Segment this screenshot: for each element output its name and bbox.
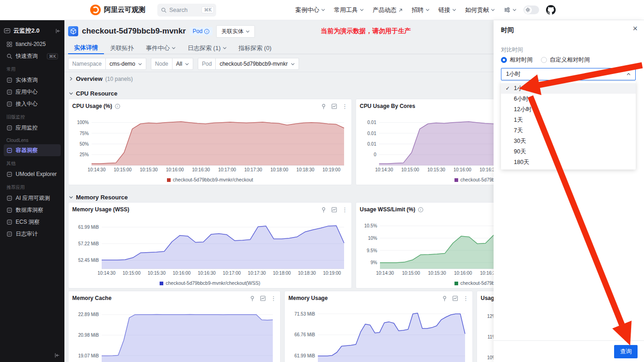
trend-icon[interactable]	[260, 295, 266, 301]
more-icon[interactable]: ⋮	[342, 207, 348, 213]
section-cpu-resource[interactable]: CPU Resource	[64, 88, 117, 99]
topnav-item-2[interactable]: 产品动态	[373, 6, 403, 14]
chevron-right-icon	[69, 77, 73, 81]
sidebar-item-ai-observability[interactable]: AI 应用可观测	[4, 192, 61, 204]
sidebar-item-label: ECS 洞察	[16, 218, 40, 226]
chevron-down-icon	[491, 8, 495, 11]
tools-menu[interactable]	[504, 6, 517, 13]
svg-text:10:14:30: 10:14:30	[375, 167, 393, 172]
filter-value[interactable]: checkout-5d79bbcb9-mvnkr	[215, 58, 298, 69]
more-icon[interactable]: ⋮	[463, 295, 469, 301]
sidebar-item-entity-search[interactable]: 实体查询	[4, 74, 61, 86]
panel-title: Memory Cache	[72, 295, 111, 301]
query-button[interactable]: 查询	[614, 345, 638, 358]
filter-value[interactable]: cms-demo	[105, 58, 146, 69]
chevron-down-icon	[321, 8, 325, 11]
topnav-item-0[interactable]: 案例中心	[295, 6, 325, 14]
sidebar-item-app-center[interactable]: 应用中心	[4, 86, 61, 98]
topnav-item-1[interactable]: 常用工具	[334, 6, 364, 14]
trend-icon[interactable]	[452, 295, 458, 301]
sidebar-item-database-insight[interactable]: 数据库洞察	[4, 204, 61, 216]
info-icon[interactable]: i	[204, 29, 209, 34]
pin-icon[interactable]	[442, 295, 448, 301]
pin-icon[interactable]	[321, 103, 327, 109]
github-icon[interactable]	[546, 5, 556, 15]
time-option-1[interactable]: 6小时	[501, 94, 636, 104]
close-icon[interactable]: ×	[632, 24, 638, 33]
tab-entity-detail[interactable]: 实体详情	[68, 42, 104, 54]
container-insight-icon	[6, 147, 12, 153]
chart-mem-wss[interactable]: 52.45 MiB57.22 MiB61.99 MiB10:14:3010:15…	[72, 215, 348, 279]
info-icon[interactable]: i	[418, 207, 423, 212]
trend-icon[interactable]	[331, 103, 337, 109]
svg-text:10:19:00: 10:19:00	[323, 271, 341, 276]
svg-text:10:18:30: 10:18:30	[296, 167, 314, 172]
filter-node[interactable]: NodeAll	[151, 58, 193, 70]
chart-cpu-usage[interactable]: 25%50%75%100%10:14:3010:15:0010:15:3010:…	[72, 111, 348, 175]
section-memory-resource[interactable]: Memory Resource	[64, 192, 128, 203]
filter-value-text: checkout-5d79bbcb9-mvnkr	[219, 61, 288, 67]
filter-value[interactable]: All	[172, 58, 193, 69]
svg-text:10:16:00: 10:16:00	[172, 271, 190, 276]
filter-namespace[interactable]: Namespacecms-demo	[68, 58, 146, 70]
filter-pod[interactable]: Podcheckout-5d79bbcb9-mvnkr	[198, 58, 299, 70]
chart-mem-cache[interactable]: 19.07 MiB20.98 MiB22.89 MiB10:14:3010:15…	[72, 303, 276, 362]
chart-mem-usage[interactable]: 61.99 MiB66.76 MiB71.53 MiB10:14:3010:15…	[288, 303, 469, 362]
sidebar-collapse-icon[interactable]	[55, 28, 61, 34]
svg-text:10:18:30: 10:18:30	[298, 271, 316, 276]
chevron-down-icon	[360, 8, 364, 11]
panel-cpu-usage: CPU Usage (%)i⋮25%50%75%100%10:14:3010:1…	[68, 99, 352, 185]
brand[interactable]: 阿里云可观测	[90, 5, 145, 15]
time-range-value: 1小时	[506, 70, 521, 78]
pin-icon[interactable]	[321, 207, 327, 213]
radio-relative-time[interactable]: 相对时间	[501, 56, 533, 64]
quick-search[interactable]: 快速查询 ⌘K	[4, 50, 61, 62]
sidebar-item-label: 容器洞察	[16, 147, 38, 154]
topnav-item-5[interactable]: 如何贡献	[465, 6, 495, 14]
trend-icon[interactable]	[331, 207, 337, 213]
tab-metric-explore[interactable]: 指标探索 (0)	[233, 42, 278, 54]
time-range-dropdown: ✓1小时6小时12小时1天7天30天90天180天	[501, 81, 636, 170]
time-option-6[interactable]: 90天	[501, 147, 636, 157]
theme-toggle[interactable]	[523, 6, 539, 14]
sidebar-item-ecs-insight[interactable]: ECS 洞察	[4, 216, 61, 228]
topnav-item-4[interactable]: 链接	[438, 6, 456, 14]
time-range-select[interactable]: 1小时	[501, 68, 636, 80]
more-icon[interactable]: ⋮	[342, 103, 348, 109]
sidebar-bottom-collapse-icon[interactable]	[54, 352, 60, 358]
tools-icon	[504, 6, 511, 13]
time-option-3[interactable]: 1天	[501, 115, 636, 125]
time-option-0[interactable]: ✓1小时	[501, 83, 636, 94]
radio-custom-relative-time[interactable]: 自定义相对时间	[541, 56, 590, 64]
workspace-selector[interactable]: tianchi-2025	[4, 38, 61, 50]
info-icon[interactable]: i	[115, 104, 120, 109]
time-option-5[interactable]: 30天	[501, 136, 636, 147]
sidebar-item-umodel-explorer[interactable]: UModel Explorer	[4, 168, 61, 180]
tab-event-center[interactable]: 事件中心	[140, 42, 182, 54]
sidebar-item-log-audit[interactable]: 日志审计	[4, 228, 61, 240]
pin-icon[interactable]	[249, 295, 255, 301]
tab-related-topology[interactable]: 关联拓扑	[104, 42, 140, 54]
legend-swatch-icon	[167, 178, 171, 182]
chevron-down-icon	[291, 62, 295, 66]
tab-label: 事件中心	[146, 44, 170, 52]
sidebar-item-access-center[interactable]: 接入中心	[4, 98, 61, 110]
global-search-input[interactable]: Search ⌘K	[157, 4, 216, 17]
time-option-7[interactable]: 180天	[501, 157, 636, 168]
entity-header: checkout-5d79bbcb9-mvnkr Pod i 关联实体 当前为演…	[68, 24, 411, 39]
chevron-down-icon	[426, 8, 430, 11]
topnav-item-3[interactable]: 招聘	[412, 6, 430, 14]
related-entity-button[interactable]: 关联实体	[216, 25, 255, 38]
svg-text:10.5%: 10.5%	[364, 223, 377, 228]
sidebar-item-label: 日志审计	[16, 230, 38, 238]
more-icon[interactable]: ⋮	[270, 295, 276, 301]
svg-text:10:17:00: 10:17:00	[218, 167, 236, 172]
svg-text:10:15:00: 10:15:00	[401, 167, 419, 172]
sidebar-item-container-insight[interactable]: 容器洞察	[4, 144, 61, 156]
tab-log-explore[interactable]: 日志探索 (1)	[182, 42, 233, 54]
time-option-2[interactable]: 12小时	[501, 104, 636, 115]
sidebar-item-app-monitor[interactable]: 应用监控	[4, 122, 61, 134]
tab-label: 实体详情	[74, 44, 98, 52]
sidebar-section-label: 旧版监控	[6, 114, 61, 120]
time-option-4[interactable]: 7天	[501, 125, 636, 136]
